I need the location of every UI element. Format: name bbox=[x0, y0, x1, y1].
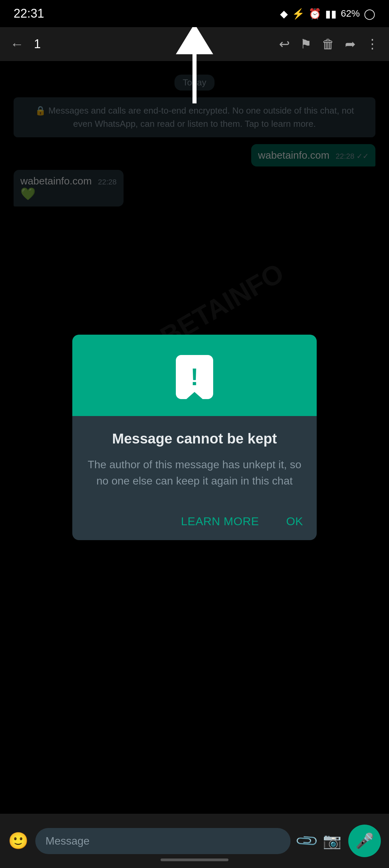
attach-icon[interactable]: 📎 bbox=[294, 828, 320, 854]
modal-icon-container: ! bbox=[176, 355, 213, 399]
reply-icon[interactable]: ↩ bbox=[276, 33, 293, 55]
bolt-icon: ⚡ bbox=[292, 8, 304, 20]
modal-title: Message cannot be kept bbox=[86, 430, 303, 448]
modal-dialog: ! Message cannot be kept The author of t… bbox=[72, 335, 317, 540]
modal-actions: Learn more OK bbox=[72, 502, 317, 540]
back-button[interactable]: ← bbox=[7, 33, 27, 55]
modal-body: Message cannot be kept The author of thi… bbox=[72, 416, 317, 502]
status-bar: 22:31 ◆ ⚡ ⏰ ▮▮ 62% ◯ bbox=[0, 0, 389, 27]
modal-description: The author of this message has unkept it… bbox=[86, 456, 303, 489]
message-input-area[interactable]: Message bbox=[35, 828, 291, 854]
status-icons: ◆ ⚡ ⏰ ▮▮ 62% ◯ bbox=[280, 8, 375, 20]
delete-icon[interactable]: 🗑 bbox=[318, 34, 338, 55]
wifi-icon: ◆ bbox=[280, 8, 288, 20]
alarm-icon: ⏰ bbox=[309, 8, 321, 20]
status-time: 22:31 bbox=[14, 6, 44, 21]
camera-icon[interactable]: 📷 bbox=[323, 832, 341, 850]
home-indicator bbox=[161, 859, 228, 861]
modal-header: ! bbox=[72, 335, 317, 416]
more-icon[interactable]: ⋮ bbox=[363, 33, 382, 55]
emoji-button[interactable]: 🙂 bbox=[8, 831, 29, 850]
battery-icon: ◯ bbox=[364, 8, 375, 20]
mic-button[interactable]: 🎤 bbox=[348, 825, 381, 857]
battery-text: 62% bbox=[341, 8, 360, 19]
learn-more-button[interactable]: Learn more bbox=[174, 509, 266, 533]
flag-icon[interactable]: ⚑ bbox=[297, 33, 315, 55]
modal-backdrop: ! Message cannot be kept The author of t… bbox=[0, 61, 389, 814]
ok-button[interactable]: OK bbox=[279, 509, 310, 533]
exclamation-icon: ! bbox=[190, 365, 198, 389]
signal-icon: ▮▮ bbox=[325, 8, 337, 20]
message-placeholder: Message bbox=[45, 835, 90, 847]
message-count: 1 bbox=[34, 37, 41, 51]
top-bar-actions: ↩ ⚑ 🗑 ➦ ⋮ bbox=[276, 33, 382, 55]
mic-icon: 🎤 bbox=[355, 832, 374, 850]
forward-icon[interactable]: ➦ bbox=[341, 33, 359, 55]
arrow-annotation bbox=[176, 24, 213, 103]
arrow-shaft bbox=[192, 49, 197, 103]
bookmark-notch bbox=[186, 392, 203, 399]
